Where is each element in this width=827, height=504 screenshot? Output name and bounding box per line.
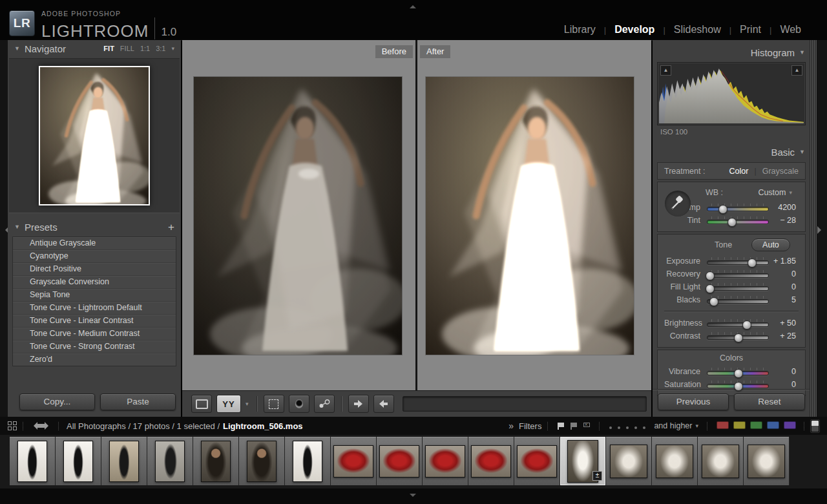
slider-thumb[interactable] [734, 369, 743, 378]
grid-view-icon[interactable] [8, 421, 17, 430]
color-label-swatch-1[interactable] [733, 421, 746, 429]
slider-thumb[interactable] [718, 205, 728, 214]
slider-value[interactable]: − 28 [771, 216, 799, 225]
slider-thumb[interactable] [706, 271, 715, 280]
navigator-thumbnail[interactable] [39, 66, 150, 205]
slider-track[interactable] [707, 202, 769, 213]
previous-button[interactable]: Previous [658, 394, 729, 410]
slider-thumb[interactable] [742, 320, 751, 330]
module-tab-web[interactable]: Web [780, 24, 801, 36]
filmstrip-thumbnail[interactable] [56, 437, 101, 485]
disclosure-triangle-icon[interactable]: ▼ [799, 49, 805, 56]
add-preset-button[interactable]: + [168, 222, 174, 232]
highlight-clipping-button[interactable]: ▲ [791, 65, 802, 76]
filmstrip-thumbnail[interactable] [239, 437, 285, 485]
filmstrip-thumbnail[interactable] [698, 437, 744, 485]
filmstrip-thumbnail[interactable] [331, 437, 377, 485]
filmstrip-filter-toggle[interactable] [811, 420, 819, 432]
auto-tone-button[interactable]: Auto [751, 238, 790, 251]
slider-value[interactable]: 0 [771, 282, 799, 291]
filmstrip-thumbnail[interactable] [514, 437, 560, 485]
slider-value[interactable]: 4200 [771, 203, 799, 212]
slider-value[interactable]: 0 [771, 269, 799, 278]
slider-value[interactable]: 0 [771, 380, 799, 389]
slider-value[interactable]: + 50 [771, 319, 799, 328]
color-label-swatch-2[interactable] [750, 421, 762, 429]
rating-dot[interactable] [609, 426, 612, 429]
rating-dot[interactable] [618, 426, 620, 429]
basic-header[interactable]: Basic ▼ [653, 143, 817, 160]
preset-item[interactable]: Tone Curve - Linear Contrast [13, 315, 176, 328]
slider-track[interactable] [707, 331, 769, 342]
preset-item[interactable]: Antique Grayscale [13, 237, 176, 250]
chevron-down-icon[interactable]: ▾ [695, 423, 698, 429]
copy-settings-left-button[interactable] [373, 395, 394, 413]
rating-dot[interactable] [634, 426, 637, 429]
collapse-top-panel-icon[interactable] [410, 2, 416, 8]
color-label-swatch-3[interactable] [767, 421, 779, 429]
filmstrip-thumbnail[interactable] [193, 437, 239, 485]
flag-unflagged-icon[interactable] [569, 422, 578, 430]
preset-item[interactable]: Zero'd [13, 353, 176, 366]
filmstrip-thumbnail[interactable] [744, 437, 790, 485]
slider-track[interactable] [707, 318, 769, 329]
preset-item[interactable]: Tone Curve - Medium Contrast [13, 328, 176, 341]
spot-removal-tool-button[interactable] [314, 395, 335, 413]
slider-track[interactable] [707, 379, 769, 390]
slider-thumb[interactable] [734, 333, 743, 342]
source-breadcrumb[interactable]: All Photographs / 17 photos / 1 selected… [67, 421, 220, 431]
zoom-option-fit[interactable]: FIT [103, 45, 114, 52]
treatment-color-option[interactable]: Color [729, 167, 749, 176]
slider-value[interactable]: + 1.85 [771, 257, 799, 266]
disclosure-triangle-icon[interactable]: ▼ [799, 149, 805, 155]
filmstrip-thumbnail[interactable] [147, 437, 193, 485]
flag-pick-icon[interactable] [556, 422, 565, 430]
disclosure-triangle-icon[interactable]: ▼ [14, 45, 20, 52]
before-after-view-button[interactable]: YY [216, 395, 241, 413]
preset-item[interactable]: Tone Curve - Lightroom Default [13, 302, 176, 315]
rating-dot[interactable] [643, 426, 645, 429]
preset-item[interactable]: Tone Curve - Strong Contrast [13, 341, 176, 353]
navigator-header[interactable]: ▼ Navigator FITFILL1:13:1▾ [8, 40, 181, 57]
filmstrip-thumbnail[interactable] [652, 437, 698, 485]
snapshot-combo-box[interactable] [403, 396, 647, 412]
slider-thumb[interactable] [709, 297, 718, 306]
slider-track[interactable] [707, 269, 769, 280]
flag-reject-icon[interactable] [582, 422, 591, 430]
reset-button[interactable]: Reset [734, 394, 805, 410]
rating-filter-label[interactable]: and higher [654, 421, 692, 430]
preset-item[interactable]: Grayscale Conversion [13, 276, 176, 289]
filmstrip-thumbnail[interactable] [377, 437, 423, 485]
collapse-bottom-panel-icon[interactable] [410, 494, 416, 500]
chevron-down-icon[interactable]: ▾ [171, 45, 174, 52]
slider-track[interactable] [707, 215, 769, 226]
filmstrip-thumbnail[interactable]: ± [560, 437, 606, 485]
loupe-view-button[interactable] [191, 395, 212, 413]
next-photo-arrow[interactable] [45, 422, 52, 430]
double-chevron-icon[interactable]: » [508, 421, 514, 431]
paste-button[interactable]: Paste [100, 394, 176, 410]
zoom-option-3:1[interactable]: 3:1 [156, 45, 165, 52]
slider-value[interactable]: + 25 [771, 331, 799, 341]
filters-label[interactable]: Filters [519, 421, 541, 431]
chevron-down-icon[interactable]: ▾ [246, 401, 249, 407]
before-photo[interactable] [194, 77, 402, 355]
copy-button[interactable]: Copy... [19, 394, 95, 410]
histogram-header[interactable]: Histogram ▼ [653, 44, 817, 61]
module-tab-develop[interactable]: Develop [614, 24, 654, 36]
panel-scrollbar[interactable] [810, 40, 817, 417]
white-balance-eyedropper[interactable] [665, 191, 691, 216]
disclosure-triangle-icon[interactable]: ▼ [14, 224, 20, 230]
filmstrip-thumbnail[interactable] [423, 437, 468, 485]
wb-label[interactable]: WB : [706, 188, 723, 197]
filmstrip-thumbnail[interactable] [468, 437, 514, 485]
module-tab-print[interactable]: Print [740, 24, 761, 36]
preset-item[interactable]: Sepia Tone [13, 289, 176, 302]
crop-tool-button[interactable] [264, 395, 284, 413]
slider-track[interactable] [707, 282, 769, 293]
copy-settings-right-button[interactable] [348, 395, 369, 413]
previous-photo-arrow[interactable] [30, 422, 37, 430]
slider-thumb[interactable] [748, 258, 757, 268]
slider-thumb[interactable] [706, 284, 715, 293]
slider-value[interactable]: 0 [771, 367, 799, 376]
